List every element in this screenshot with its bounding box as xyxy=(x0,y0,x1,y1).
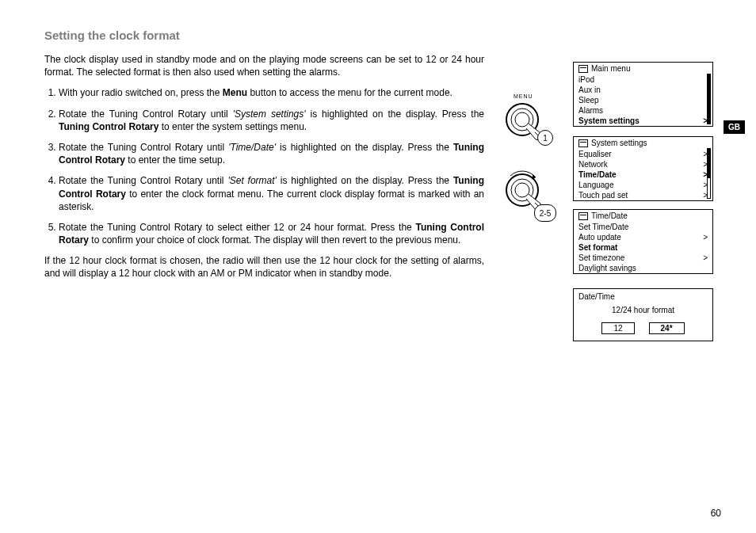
lcd-scrollbar xyxy=(707,74,711,124)
lcd-sys-timedate: Time/Date xyxy=(578,170,617,179)
chevron-right-icon: > xyxy=(703,233,708,242)
lcd-fmt-opt-12: 12 xyxy=(601,322,634,334)
lcd-main-item-alarms: Alarms xyxy=(578,106,603,115)
lcd-fmt-subtitle: 12/24 hour format xyxy=(578,306,708,314)
lcd-sys-language: Language xyxy=(578,181,614,189)
lcd-main-item-sleep: Sleep xyxy=(578,96,599,105)
step-2-a: Rotate the Tuning Control Rotary until xyxy=(59,109,233,120)
step-1-a: With your radio switched on, press the xyxy=(59,87,223,98)
page-heading: Setting the clock format xyxy=(44,29,724,42)
lcd-fmt-opt-24: 24* xyxy=(649,322,685,334)
chevron-right-icon: > xyxy=(703,253,708,262)
step-2: Rotate the Tuning Control Rotary until '… xyxy=(59,108,484,133)
step-5-c: to confirm your choice of clock format. … xyxy=(89,234,460,246)
lcd-main-item-system: System settings xyxy=(578,116,640,125)
lcd-td-auto-update: Auto update xyxy=(578,233,621,242)
lcd-sys-title: System settings xyxy=(591,139,647,147)
lcd-td-title: Time/Date xyxy=(591,211,628,220)
svg-point-2 xyxy=(515,112,529,127)
step-3: Rotate the Tuning Control Rotary until '… xyxy=(59,141,484,166)
list-icon xyxy=(578,139,588,147)
list-icon xyxy=(578,212,588,220)
step-badge-2-5: 2-5 xyxy=(534,204,556,222)
step-2-b: 'System settings' xyxy=(233,109,306,120)
menu-button-label: MENU xyxy=(514,93,533,99)
lcd-main-title: Main menu xyxy=(591,64,630,73)
step-5: Rotate the Tuning Control Rotary to sele… xyxy=(59,221,484,246)
step-4-b: 'Set format' xyxy=(227,175,277,186)
outro-text: If the 12 hour clock format is chosen, t… xyxy=(44,254,484,280)
step-1: With your radio switched on, press the M… xyxy=(59,86,484,99)
svg-point-7 xyxy=(515,183,529,197)
step-3-c: is highlighted on the display. Press the xyxy=(276,142,453,153)
lcd-time-date: Time/Date Set Time/Date Auto update> Set… xyxy=(573,209,713,274)
lcd-td-set-format: Set format xyxy=(578,243,617,252)
lcd-sys-touchpad: Touch pad set xyxy=(578,191,628,200)
step-2-d: Tuning Control Rotary xyxy=(59,121,158,132)
lcd-td-set-time: Set Time/Date xyxy=(578,223,628,231)
step-3-b: 'Time/Date' xyxy=(228,142,276,153)
menu-keyword: Menu xyxy=(223,87,247,98)
lcd-main-menu: Main menu iPod Aux in Sleep Alarms Syste… xyxy=(573,62,713,127)
step-4-a: Rotate the Tuning Control Rotary until xyxy=(59,175,227,186)
lcd-td-set-timezone: Set timezone xyxy=(578,253,624,262)
step-5-a: Rotate the Tuning Control Rotary to sele… xyxy=(59,222,416,233)
page-number: 60 xyxy=(711,508,721,519)
step-4: Rotate the Tuning Control Rotary until '… xyxy=(59,174,484,213)
step-3-a: Rotate the Tuning Control Rotary until xyxy=(59,142,228,153)
body-column: The clock display used in standby mode a… xyxy=(44,53,484,280)
lcd-format-select: Date/Time 12/24 hour format 12 24* xyxy=(573,288,713,341)
lcd-fmt-title: Date/Time xyxy=(578,292,708,301)
step-3-e: to enter the time setup. xyxy=(125,154,225,166)
step-2-c: is highlighted on the display. Press the xyxy=(306,109,484,120)
step-badge-1: 1 xyxy=(537,130,553,146)
lcd-scrollbar xyxy=(707,148,711,199)
step-2-e: to enter the system settings menu. xyxy=(158,121,307,132)
lcd-main-item-ipod: iPod xyxy=(578,75,594,84)
lcd-td-daylight: Daylight savings xyxy=(578,264,636,272)
lcd-system-settings: System settings Equaliser> Network> Time… xyxy=(573,136,713,201)
language-tab-gb: GB xyxy=(724,120,745,134)
lcd-sys-equaliser: Equaliser xyxy=(578,150,612,158)
step-4-c: is highlighted on the display. Press the xyxy=(277,175,453,186)
lcd-sys-network: Network xyxy=(578,160,608,169)
step-1-c: button to access the menu for the curren… xyxy=(247,87,452,98)
list-icon xyxy=(578,65,588,73)
lcd-main-item-auxin: Aux in xyxy=(578,86,601,94)
intro-text: The clock display used in standby mode a… xyxy=(44,53,484,78)
